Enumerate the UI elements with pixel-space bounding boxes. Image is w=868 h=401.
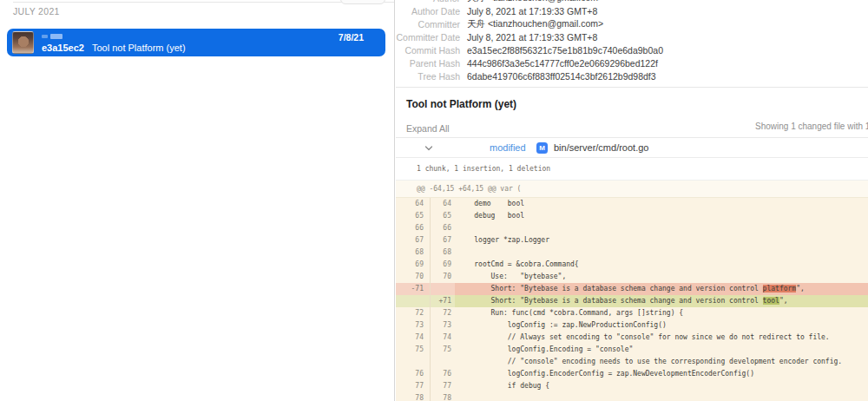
old-line-number: 72 <box>396 307 431 319</box>
diff-line: 7474 // Always set encoding to "console"… <box>396 332 868 344</box>
commit-message: Tool not Platform (yet) <box>92 43 186 53</box>
diff-line: 7373 logConfig := zap.NewProductionConfi… <box>396 319 868 332</box>
diff-line-code: rootCmd = &cobra.Command{ <box>455 259 868 271</box>
new-line-number: 70 <box>431 271 455 283</box>
hunk-header: @@ -64,15 +64,15 @@ var ( <box>396 181 868 198</box>
metadata-label: Committer Date <box>396 32 460 43</box>
metadata-row: Commit Hashe3a15ec2f88f56321c75e1b81b9c7… <box>396 43 868 56</box>
author-name-redacted <box>50 34 62 39</box>
metadata-value: July 8, 2021 at 17:19:33 GMT+8 <box>467 6 597 16</box>
diff-line: 6767 logger *zap.Logger <box>396 234 868 247</box>
diff-line-code: demo bool <box>455 198 868 210</box>
diff-line-code <box>455 392 868 401</box>
file-path: bin/server/cmd/root.go <box>554 142 648 153</box>
commit-details-panel: Author天舟 <tianzhouchen@gmail.com>Author … <box>396 0 868 401</box>
old-line-number: 73 <box>396 319 431 332</box>
diff-line: 7777 if debug { <box>396 380 868 392</box>
new-line-number: 66 <box>431 222 455 234</box>
diff-line-code: debug bool <box>455 210 868 222</box>
diff-line: 7272 Run: func(cmd *cobra.Command, args … <box>396 307 868 319</box>
new-line-number: 67 <box>431 234 455 247</box>
old-line-number: 74 <box>396 332 431 344</box>
old-line-number: 78 <box>396 392 431 401</box>
avatar <box>12 31 34 54</box>
diff-line: 6565 debug bool <box>396 210 868 222</box>
metadata-label: Tree Hash <box>396 71 460 82</box>
metadata-value: 6dabe419706c6f883ff02514c3bf2612b9d98df3 <box>467 71 656 82</box>
new-line-number: 74 <box>431 332 455 344</box>
diff-stats-line: 1 chunk, 1 insertion, 1 deletion <box>396 158 868 181</box>
metadata-value: 444c986f3a3e5c14777cff0e2e0669296bed122f <box>467 58 658 69</box>
changed-file-row[interactable]: modified M bin/server/cmd/root.go <box>396 138 868 158</box>
old-line-number: 68 <box>396 247 431 259</box>
metadata-row: Tree Hash6dabe419706c6f883ff02514c3bf261… <box>396 69 868 82</box>
commit-list-panel: JULY 2021 7/8/21 e3a15ec2Tool not Platfo… <box>0 0 395 401</box>
file-status-label: modified <box>490 142 526 153</box>
changed-files-summary: Showing 1 changed file with 1 addition a… <box>755 122 868 131</box>
metadata-label: Author Date <box>396 6 460 16</box>
author-name-redacted <box>42 35 48 38</box>
diff-line-code: logConfig.EncoderConfig = zap.NewDevelop… <box>455 368 868 380</box>
new-line-number: 73 <box>431 319 455 332</box>
metadata-value: e3a15ec2f88f56321c75e1b81b9c740e6da9b0a0 <box>467 45 663 56</box>
chevron-down-icon[interactable] <box>424 144 433 152</box>
new-line-number <box>431 283 455 295</box>
changed-word-highlight: tool <box>763 297 779 305</box>
diff-line: 6969 rootCmd = &cobra.Command{ <box>396 259 868 271</box>
old-line-number: -71 <box>396 283 431 295</box>
metadata-row: Author DateJuly 8, 2021 at 17:19:33 GMT+… <box>396 4 868 17</box>
old-line-number: 64 <box>396 198 431 210</box>
diff-view: 6464 demo bool6565 debug bool66666767 lo… <box>396 198 868 401</box>
diff-line: // "console" encoding needs to use the c… <box>396 356 868 368</box>
new-line-number: 77 <box>431 380 455 392</box>
old-line-number: 69 <box>396 259 431 271</box>
commit-group-header: JULY 2021 <box>13 6 60 16</box>
old-line-number: 75 <box>396 344 431 356</box>
diff-line-code: // "console" encoding needs to use the c… <box>455 356 868 368</box>
metadata-value: 天舟 <tianzhouchen@gmail.com> <box>467 0 603 4</box>
new-line-number: 78 <box>431 392 455 401</box>
diff-line: 7575 logConfig.Encoding = "console" <box>396 344 868 356</box>
old-line-number: 67 <box>396 234 431 247</box>
diff-toolbar: Expand All Showing 1 changed file with 1… <box>396 120 868 132</box>
metadata-value: 天舟 <tianzhouchen@gmail.com> <box>467 18 603 30</box>
expand-all-button[interactable]: Expand All <box>406 123 450 134</box>
section-divider <box>13 2 394 3</box>
old-line-number <box>396 356 431 368</box>
diff-line: 6666 <box>396 222 868 234</box>
diff-line-code <box>455 222 868 234</box>
new-line-number: 75 <box>431 344 455 356</box>
new-line-number <box>431 356 455 368</box>
diff-line-code: // Always set encoding to "console" for … <box>455 332 868 344</box>
commit-list-item-selected[interactable]: 7/8/21 e3a15ec2Tool not Platform (yet) <box>7 29 385 56</box>
commit-date: 7/8/21 <box>339 32 364 43</box>
scrollbar-fragment[interactable] <box>340 0 385 4</box>
diff-line: +71 Short: "Bytebase is a database schem… <box>396 295 868 307</box>
diff-line-code: Run: func(cmd *cobra.Command, args []str… <box>455 307 868 319</box>
modified-badge: M <box>536 142 548 154</box>
old-line-number: 76 <box>396 368 431 380</box>
metadata-row: Committer天舟 <tianzhouchen@gmail.com> <box>396 17 868 30</box>
new-line-number: 72 <box>431 307 455 319</box>
diff-line: -71 Short: "Bytebase is a database schem… <box>396 283 868 295</box>
metadata-label: Committer <box>396 19 460 30</box>
old-line-number: 65 <box>396 210 431 222</box>
metadata-row: Committer DateJuly 8, 2021 at 17:19:33 G… <box>396 30 868 43</box>
diff-line: 6464 demo bool <box>396 198 868 210</box>
commit-metadata-table: Author天舟 <tianzhouchen@gmail.com>Author … <box>396 0 868 82</box>
old-line-number: 77 <box>396 380 431 392</box>
old-line-number <box>396 295 431 307</box>
metadata-label: Commit Hash <box>396 45 460 56</box>
new-line-number: 69 <box>431 259 455 271</box>
old-line-number: 70 <box>396 271 431 283</box>
commit-hash-short: e3a15ec2 <box>42 43 84 53</box>
diff-line-code: logger *zap.Logger <box>455 234 868 247</box>
new-line-number: 65 <box>431 210 455 222</box>
commit-message-title: Tool not Platform (yet) <box>406 98 868 110</box>
metadata-label: Author <box>396 0 460 3</box>
diff-line: 7878 <box>396 392 868 401</box>
diff-line-code: Short: "Bytebase is a database schema ch… <box>455 295 868 307</box>
changed-word-highlight: platform <box>763 285 797 293</box>
metadata-label: Parent Hash <box>396 58 460 69</box>
diff-line: 7676 logConfig.EncoderConfig = zap.NewDe… <box>396 368 868 380</box>
